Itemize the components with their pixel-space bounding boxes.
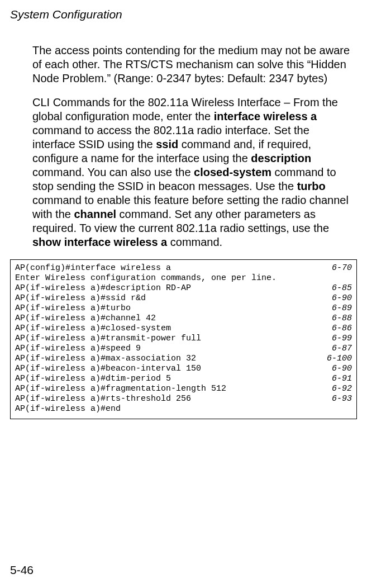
p2-text: command. You can also use the: [32, 166, 194, 178]
cli-cmd: AP(if-wireless a)#max-association 32: [15, 354, 196, 364]
cli-ref: 6-85: [332, 283, 352, 293]
cli-line: AP(if-wireless a)#beacon-interval 1506-9…: [15, 364, 352, 374]
body-text: The access points contending for the med…: [32, 44, 351, 249]
p2-cmd-channel: channel: [74, 208, 116, 220]
cli-box: AP(config)#interface wireless a6-70 Ente…: [10, 259, 357, 419]
running-title: System Configuration: [10, 8, 357, 21]
cli-ref: 6-89: [332, 304, 352, 314]
p2-text: command.: [167, 236, 222, 248]
cli-ref: 6-88: [332, 314, 352, 324]
paragraph-1: The access points contending for the med…: [32, 44, 351, 86]
cli-line: AP(config)#interface wireless a6-70: [15, 263, 352, 273]
cli-cmd: AP(if-wireless a)#fragmentation-length 5…: [15, 384, 226, 394]
cli-line: AP(if-wireless a)#dtim-period 56-91: [15, 374, 352, 384]
cli-line: AP(if-wireless a)#ssid r&d6-90: [15, 293, 352, 304]
cli-cmd: AP(if-wireless a)#closed-system: [15, 324, 171, 334]
cli-cmd: AP(if-wireless a)#ssid r&d: [15, 293, 146, 304]
cli-ref: 6-86: [332, 324, 352, 334]
cli-cmd: AP(if-wireless a)#channel 42: [15, 314, 156, 324]
cli-ref: 6-99: [332, 334, 352, 344]
cli-cmd: AP(if-wireless a)#speed 9: [15, 344, 141, 354]
cli-ref: 6-100: [327, 354, 352, 364]
page-number: 5-46: [10, 563, 34, 577]
p2-cmd-interface: interface wireless a: [214, 110, 317, 122]
cli-line: AP(if-wireless a)#transmit-power full6-9…: [15, 334, 352, 344]
p2-cmd-ssid: ssid: [156, 138, 178, 150]
p2-cmd-closed-system: closed-system: [194, 166, 271, 178]
cli-cmd: AP(if-wireless a)#description RD-AP: [15, 283, 191, 293]
cli-line: AP(if-wireless a)#closed-system6-86: [15, 324, 352, 334]
cli-ref: 6-70: [332, 263, 352, 273]
cli-ref: 6-92: [332, 384, 352, 394]
cli-line: AP(if-wireless a)#channel 426-88: [15, 314, 352, 324]
cli-line: Enter Wireless configuration commands, o…: [15, 273, 352, 283]
cli-ref: 6-90: [332, 364, 352, 374]
cli-cmd: AP(if-wireless a)#dtim-period 5: [15, 374, 171, 384]
cli-cmd: AP(if-wireless a)#rts-threshold 256: [15, 394, 191, 404]
cli-line: AP(if-wireless a)#turbo6-89: [15, 304, 352, 314]
cli-line: AP(if-wireless a)#speed 96-87: [15, 344, 352, 354]
cli-ref: 6-90: [332, 293, 352, 304]
paragraph-2: CLI Commands for the 802.11a Wireless In…: [32, 96, 351, 249]
cli-ref: 6-91: [332, 374, 352, 384]
p2-cmd-description: description: [251, 152, 311, 164]
p2-cmd-turbo: turbo: [297, 180, 326, 192]
page: System Configuration The access points c…: [0, 0, 367, 588]
cli-cmd: AP(if-wireless a)#beacon-interval 150: [15, 364, 201, 374]
cli-cmd: AP(if-wireless a)#end: [15, 404, 121, 414]
cli-cmd: AP(if-wireless a)#turbo: [15, 304, 131, 314]
cli-line: AP(if-wireless a)#max-association 326-10…: [15, 354, 352, 364]
p2-cmd-show-interface: show interface wireless a: [32, 236, 167, 248]
cli-line: AP(if-wireless a)#description RD-AP6-85: [15, 283, 352, 293]
cli-line: AP(if-wireless a)#rts-threshold 2566-93: [15, 394, 352, 404]
cli-line: AP(if-wireless a)#fragmentation-length 5…: [15, 384, 352, 394]
cli-cmd: AP(if-wireless a)#transmit-power full: [15, 334, 201, 344]
cli-ref: 6-93: [332, 394, 352, 404]
cli-ref: 6-87: [332, 344, 352, 354]
cli-cmd: Enter Wireless configuration commands, o…: [15, 273, 277, 283]
cli-cmd: AP(config)#interface wireless a: [15, 263, 171, 273]
cli-line: AP(if-wireless a)#end: [15, 404, 352, 414]
